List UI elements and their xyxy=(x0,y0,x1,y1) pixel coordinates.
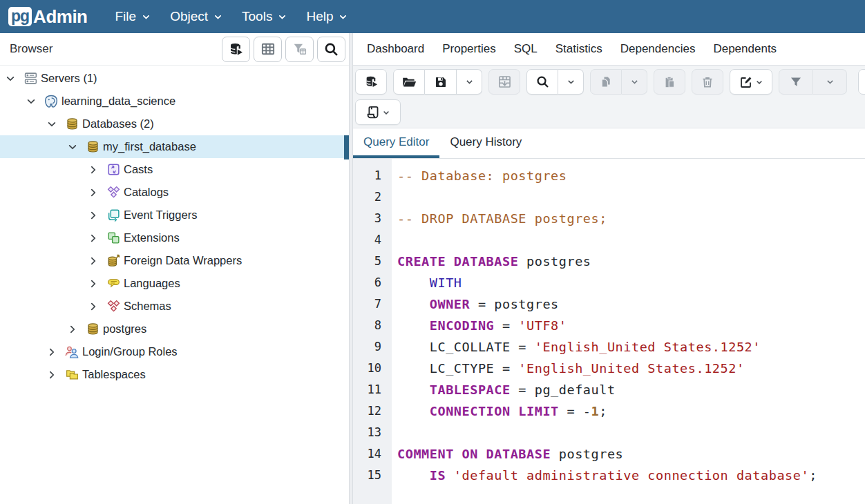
event-triggers-icon xyxy=(106,208,121,222)
tab-dependents[interactable]: Dependents xyxy=(704,33,786,65)
servers-icon xyxy=(23,71,38,86)
filter-dropdown-button[interactable] xyxy=(813,69,847,95)
code-line: 7 OWNER = postgres xyxy=(353,293,865,315)
code-line: 2 xyxy=(353,186,865,208)
code-line: 15 IS 'default administrative connection… xyxy=(353,465,865,486)
code-line: 10 LC_CTYPE = 'English_United States.125… xyxy=(353,358,865,379)
delete-button[interactable] xyxy=(692,69,723,95)
save-data-changes-button[interactable] xyxy=(488,69,520,95)
copy-icon xyxy=(599,75,613,89)
expand-chevron-icon[interactable] xyxy=(88,188,98,197)
tree-item-server-learning-data-science[interactable]: learning_data_science xyxy=(0,90,349,113)
save-file-button[interactable] xyxy=(425,69,457,95)
tree-item-label: Login/Group Roles xyxy=(82,345,178,358)
menu-tools[interactable]: Tools xyxy=(232,2,296,31)
object-explorer-tree: Servers (1) learning_data_science Databa… xyxy=(0,66,349,504)
paste-button[interactable] xyxy=(654,69,685,95)
expand-chevron-icon[interactable] xyxy=(88,256,98,266)
tree-item-catalogs[interactable]: Catalogs xyxy=(0,181,349,204)
expand-chevron-icon[interactable] xyxy=(88,302,98,311)
find-dropdown-button[interactable] xyxy=(558,69,584,95)
tab-properties[interactable]: Properties xyxy=(433,33,504,65)
line-number: 14 xyxy=(353,443,392,465)
code-line: 14COMMENT ON DATABASE postgres xyxy=(353,443,865,465)
toolbar-overflow-button[interactable] xyxy=(858,69,865,95)
view-data-button[interactable] xyxy=(254,37,282,62)
tree-item-login-group-roles[interactable]: Login/Group Roles xyxy=(0,340,349,363)
collapse-chevron-icon[interactable] xyxy=(68,142,77,152)
copy-button[interactable] xyxy=(590,69,622,95)
tree-item-servers[interactable]: Servers (1) xyxy=(0,67,349,90)
code-line: 11 TABLESPACE = pg_default xyxy=(353,379,865,400)
tree-item-my-first-database[interactable]: my_first_database xyxy=(0,135,349,158)
chevron-down-icon xyxy=(826,77,835,86)
login-group-roles-icon xyxy=(64,345,79,360)
object-tabs: Dashboard Properties SQL Statistics Depe… xyxy=(353,33,865,66)
tab-sql[interactable]: SQL xyxy=(505,33,546,65)
code-line: 13 xyxy=(353,422,865,443)
databases-icon xyxy=(65,117,79,131)
tab-query-history[interactable]: Query History xyxy=(439,128,532,158)
expand-chevron-icon[interactable] xyxy=(47,347,57,357)
tree-item-label: Extensions xyxy=(124,231,180,244)
menu-help[interactable]: Help xyxy=(296,2,357,31)
copy-dropdown-button[interactable] xyxy=(622,69,647,95)
tree-item-extensions[interactable]: Extensions xyxy=(0,226,349,249)
database-icon xyxy=(86,139,100,154)
menu-file[interactable]: File xyxy=(106,2,161,31)
tree-item-schemas[interactable]: Schemas xyxy=(0,295,349,318)
tab-dependencies[interactable]: Dependencies xyxy=(611,33,705,65)
expand-chevron-icon[interactable] xyxy=(88,279,98,289)
expand-chevron-icon[interactable] xyxy=(88,233,98,243)
connection-button[interactable] xyxy=(355,69,387,95)
save-dropdown-button[interactable] xyxy=(457,69,482,95)
tree-item-foreign-data-wrappers[interactable]: Foreign Data Wrappers xyxy=(0,249,349,272)
tree-item-event-triggers[interactable]: Event Triggers xyxy=(0,204,349,226)
tree-item-label: Databases (2) xyxy=(82,117,154,130)
line-number: 7 xyxy=(353,293,392,315)
tree-item-tablespaces[interactable]: Tablespaces xyxy=(0,363,349,386)
tab-query-editor[interactable]: Query Editor xyxy=(353,128,439,158)
workspace-panel: Dashboard Properties SQL Statistics Depe… xyxy=(353,33,865,504)
casts-icon xyxy=(106,162,121,177)
tree-item-label: Languages xyxy=(124,277,180,290)
search-objects-button[interactable] xyxy=(317,37,345,62)
find-button[interactable] xyxy=(526,69,558,95)
filtered-rows-button[interactable] xyxy=(285,37,314,62)
tree-item-label: Catalogs xyxy=(124,186,169,199)
open-file-button[interactable] xyxy=(393,69,425,95)
tree-item-label: my_first_database xyxy=(103,140,196,153)
collapse-chevron-icon[interactable] xyxy=(47,119,57,129)
open-query-tool-button[interactable] xyxy=(222,37,250,62)
line-number: 8 xyxy=(353,315,392,336)
selected-row-accent xyxy=(344,135,349,159)
browser-panel-header: Browser xyxy=(0,33,349,66)
menu-object[interactable]: Object xyxy=(160,2,232,31)
database-icon xyxy=(86,322,100,336)
pgadmin-logo: pg Admin xyxy=(8,6,88,28)
schemas-icon xyxy=(106,299,121,313)
logo-pg-badge: pg xyxy=(8,7,32,26)
tree-item-label: Event Triggers xyxy=(124,209,197,222)
tab-dashboard[interactable]: Dashboard xyxy=(358,33,433,65)
filter-icon xyxy=(789,75,803,89)
expand-chevron-icon[interactable] xyxy=(88,165,98,175)
macro-dropdown-button[interactable] xyxy=(355,99,401,125)
expand-chevron-icon[interactable] xyxy=(68,324,77,334)
grid-download-icon xyxy=(497,75,512,89)
tab-statistics[interactable]: Statistics xyxy=(546,33,611,65)
collapse-chevron-icon[interactable] xyxy=(26,97,36,106)
filter-button[interactable] xyxy=(779,69,813,95)
code-line: 12 CONNECTION LIMIT = -1; xyxy=(353,400,865,422)
expand-chevron-icon[interactable] xyxy=(47,370,57,380)
line-number: 13 xyxy=(353,422,392,443)
expand-chevron-icon[interactable] xyxy=(88,211,98,220)
tree-item-casts[interactable]: Casts xyxy=(0,158,349,181)
line-number: 10 xyxy=(353,358,392,379)
tree-item-languages[interactable]: Languages xyxy=(0,272,349,295)
collapse-chevron-icon[interactable] xyxy=(6,74,15,84)
tree-item-postgres-database[interactable]: postgres xyxy=(0,318,349,340)
edit-dropdown-button[interactable] xyxy=(730,69,772,95)
sql-code-editor[interactable]: 1-- Database: postgres 2 3-- DROP DATABA… xyxy=(353,159,865,504)
tree-item-databases[interactable]: Databases (2) xyxy=(0,113,349,135)
